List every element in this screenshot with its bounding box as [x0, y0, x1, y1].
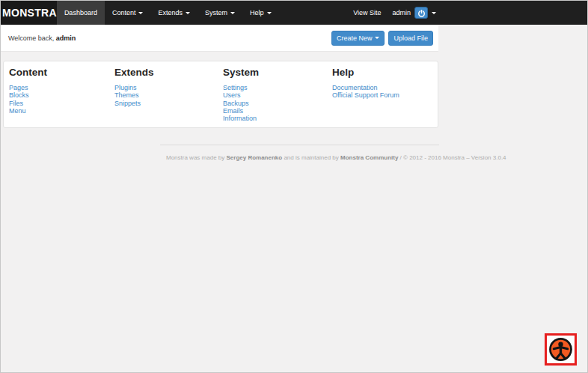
footer-divider: [160, 145, 439, 145]
user-menu-caret-icon[interactable]: [432, 12, 436, 14]
nav-item-label: Content: [112, 9, 136, 16]
panel-link-documentation[interactable]: Documentation: [332, 84, 399, 91]
nav-item-system[interactable]: System: [197, 1, 242, 25]
panel-link-menu[interactable]: Menu: [9, 107, 47, 115]
nav-item-label: Extends: [158, 9, 183, 16]
panel-link-settings[interactable]: Settings: [223, 84, 259, 91]
universal-access-icon: [548, 337, 573, 362]
nav-item-label: System: [205, 9, 227, 16]
logout-button[interactable]: [414, 7, 428, 19]
welcome-username: admin: [56, 34, 76, 42]
column-title-help: Help: [332, 67, 399, 79]
navbar-menu: Dashboard Content Extends System Help: [57, 1, 279, 25]
column-links: Settings Users Backups Emails Informatio…: [223, 84, 259, 122]
panel-link-official-support-forum[interactable]: Official Support Forum: [332, 91, 399, 99]
nav-item-extends[interactable]: Extends: [150, 1, 197, 25]
navbar-username: admin: [392, 9, 411, 16]
footer-credits: Monstra was made by Sergey Romanenko and…: [166, 154, 446, 161]
panel-link-emails[interactable]: Emails: [223, 107, 259, 115]
welcome-message: Welcome back, admin: [8, 34, 76, 42]
monstra-admin-screen: MONSTRA Dashboard Content Extends System: [0, 0, 588, 373]
panel-link-files[interactable]: Files: [9, 100, 47, 107]
nav-item-help[interactable]: Help: [242, 1, 279, 25]
footer-middle: and is maintained by: [282, 154, 340, 161]
column-links: Documentation Official Support Forum: [332, 84, 399, 100]
panel-link-themes[interactable]: Themes: [114, 91, 154, 99]
upload-file-button[interactable]: Upload File: [388, 31, 433, 46]
navbar-inner: MONSTRA Dashboard Content Extends System: [1, 1, 438, 25]
footer-suffix: / © 2012 - 2016 Monstra – Version 3.0.4: [398, 154, 506, 161]
power-icon: [417, 9, 426, 17]
panel-column-extends: Extends Plugins Themes Snippets: [114, 67, 154, 107]
panel-column-system: System Settings Users Backups Emails Inf…: [223, 67, 259, 122]
navbar-right-group: View Site admin: [353, 1, 438, 25]
column-links: Plugins Themes Snippets: [114, 84, 154, 107]
welcome-actions: Create New Upload File: [331, 31, 433, 46]
column-title-content: Content: [9, 67, 47, 79]
upload-file-label: Upload File: [393, 34, 428, 42]
chevron-down-icon: [138, 12, 143, 14]
panel-link-users[interactable]: Users: [223, 91, 259, 99]
panel-link-snippets[interactable]: Snippets: [114, 100, 154, 107]
footer-prefix: Monstra was made by: [166, 154, 226, 161]
welcome-bar: Welcome back, admin Create New Upload Fi…: [1, 25, 438, 52]
panel-link-plugins[interactable]: Plugins: [114, 84, 154, 91]
monstra-logo[interactable]: MONSTRA: [1, 1, 57, 25]
panel-column-help: Help Documentation Official Support Foru…: [332, 67, 399, 100]
column-title-extends: Extends: [114, 67, 154, 79]
community-link[interactable]: Monstra Community: [340, 154, 398, 161]
create-new-button[interactable]: Create New: [331, 31, 385, 46]
chevron-down-icon: [186, 12, 190, 14]
nav-item-label: Help: [250, 9, 264, 16]
nav-item-label: Dashboard: [64, 9, 97, 16]
view-site-link[interactable]: View Site: [353, 9, 381, 16]
column-title-system: System: [223, 67, 259, 79]
dashboard-shortcuts-panel: Content Pages Blocks Files Menu Extends …: [3, 61, 438, 128]
chevron-down-icon: [375, 37, 379, 39]
nav-item-content[interactable]: Content: [105, 1, 151, 25]
accessibility-widget-button[interactable]: [545, 333, 577, 366]
chevron-down-icon: [267, 12, 272, 14]
panel-link-pages[interactable]: Pages: [9, 84, 47, 91]
column-links: Pages Blocks Files Menu: [9, 84, 47, 115]
panel-link-blocks[interactable]: Blocks: [9, 91, 47, 99]
author-link[interactable]: Sergey Romanenko: [226, 154, 282, 161]
create-new-label: Create New: [337, 34, 373, 42]
panel-column-content: Content Pages Blocks Files Menu: [9, 67, 47, 115]
panel-link-information[interactable]: Information: [223, 115, 259, 122]
chevron-down-icon: [230, 12, 235, 14]
top-navbar: MONSTRA Dashboard Content Extends System: [1, 1, 587, 25]
nav-item-dashboard[interactable]: Dashboard: [57, 1, 105, 25]
welcome-greeting: Welcome back,: [8, 34, 56, 42]
panel-link-backups[interactable]: Backups: [223, 100, 259, 107]
